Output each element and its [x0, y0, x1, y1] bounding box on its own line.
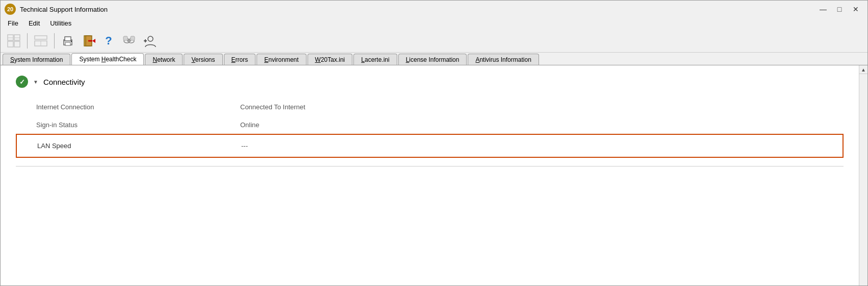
toolbar-btn-help[interactable]: ? [99, 32, 118, 50]
tab-license-information[interactable]: License Information [398, 54, 467, 65]
connectivity-section-header: ✓ ▼ Connectivity [16, 76, 844, 88]
close-button[interactable]: ✕ [848, 4, 863, 15]
tab-label: Errors [232, 56, 248, 63]
tab-bar: System Information System HealthCheck Ne… [1, 53, 867, 65]
tab-lacerte-ini[interactable]: Lacerte.ini [353, 54, 397, 65]
toolbar-btn-grid2[interactable] [32, 32, 50, 50]
tab-label: Network [152, 56, 175, 63]
toolbar-btn-exit[interactable] [79, 32, 97, 50]
tab-w20tax-ini[interactable]: W20Tax.ini [308, 54, 353, 65]
tab-label: System Information [10, 56, 63, 63]
lan-speed-value: --- [241, 142, 248, 150]
toolbar-sep-2 [54, 33, 55, 49]
internet-connection-value: Connected To Internet [240, 103, 305, 111]
tab-label: Lacerte.ini [361, 56, 389, 63]
svg-marker-16 [92, 39, 95, 43]
svg-rect-6 [35, 36, 47, 39]
minimize-button[interactable]: — [815, 4, 831, 15]
tab-system-information[interactable]: System Information [3, 54, 70, 65]
application-window: 20 Technical Support Information — □ ✕ F… [0, 0, 868, 286]
tab-antivirus-information[interactable]: Antivirus Information [468, 54, 539, 65]
tab-versions[interactable]: Versions [184, 54, 222, 65]
svg-rect-10 [65, 37, 71, 41]
app-icon: 20 [5, 4, 16, 15]
status-check-icon: ✓ [16, 76, 28, 88]
menu-bar: File Edit Utilities [1, 17, 867, 30]
svg-rect-12 [71, 41, 72, 42]
tab-errors[interactable]: Errors [224, 54, 256, 65]
tab-label: Versions [191, 56, 215, 63]
toolbar-btn-print[interactable] [59, 32, 77, 50]
svg-rect-11 [65, 42, 70, 45]
toolbar-btn-link[interactable] [120, 32, 138, 50]
lan-speed-row: LAN Speed --- [16, 134, 844, 158]
svg-rect-22 [131, 36, 135, 40]
tab-network[interactable]: Network [145, 54, 183, 65]
title-bar: 20 Technical Support Information — □ ✕ [1, 1, 867, 17]
expand-arrow-icon[interactable]: ▼ [33, 79, 38, 85]
toolbar-btn-add-user[interactable] [140, 32, 159, 50]
content-main: ✓ ▼ Connectivity Internet Connection Con… [1, 65, 859, 285]
maximize-button[interactable]: □ [832, 4, 847, 15]
menu-utilities[interactable]: Utilities [45, 18, 76, 29]
toolbar: ? [1, 30, 867, 53]
menu-file[interactable]: File [3, 18, 23, 29]
window-title: Technical Support Information [20, 6, 815, 13]
toolbar-sep-1 [27, 33, 28, 49]
scroll-up-arrow[interactable]: ▲ [859, 65, 867, 74]
svg-rect-2 [8, 41, 13, 47]
tab-label: Environment [264, 56, 298, 63]
svg-rect-21 [123, 36, 127, 40]
vertical-scrollbar: ▲ [859, 65, 867, 285]
internet-connection-row: Internet Connection Connected To Interne… [16, 98, 844, 116]
tab-environment[interactable]: Environment [257, 54, 306, 65]
window-controls: — □ ✕ [815, 4, 863, 15]
internet-connection-label: Internet Connection [36, 103, 240, 111]
lan-speed-label: LAN Speed [37, 142, 241, 150]
menu-edit[interactable]: Edit [23, 18, 45, 29]
section-divider [16, 166, 844, 166]
content-area: ✓ ▼ Connectivity Internet Connection Con… [1, 65, 867, 285]
svg-point-23 [148, 36, 153, 41]
tab-label: System HealthCheck [79, 56, 136, 63]
section-title: Connectivity [43, 78, 85, 86]
tab-label: License Information [406, 56, 459, 63]
sign-in-status-label: Sign-in Status [36, 121, 240, 129]
tab-label: W20Tax.ini [315, 56, 345, 63]
sign-in-status-value: Online [240, 121, 260, 129]
svg-rect-3 [14, 41, 20, 47]
tab-label: Antivirus Information [475, 56, 531, 63]
tab-system-healthcheck[interactable]: System HealthCheck [71, 53, 144, 65]
toolbar-btn-grid1[interactable] [5, 32, 23, 50]
sign-in-status-row: Sign-in Status Online [16, 116, 844, 134]
